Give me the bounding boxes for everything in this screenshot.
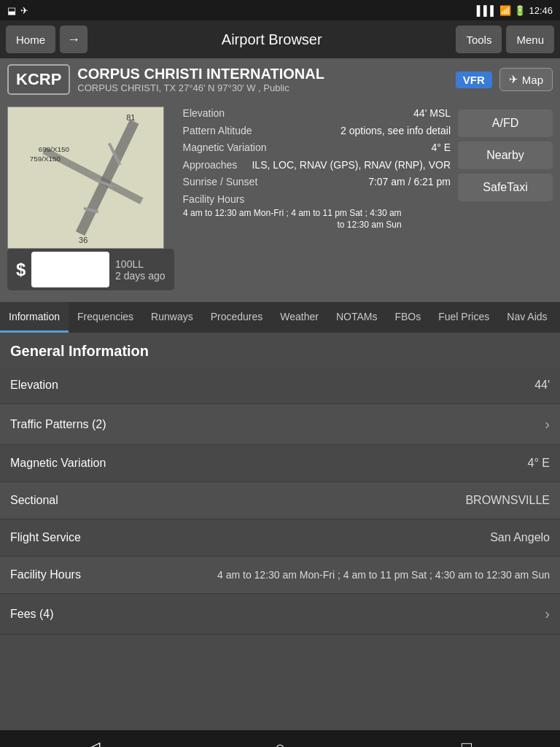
- status-left: ⬓ ✈: [7, 5, 28, 16]
- action-buttons: A/FD Nearby SafeTaxi: [458, 101, 560, 296]
- elevation-row-value: 44': [534, 379, 550, 392]
- info-row-sectional[interactable]: Sectional BROWNSVILLE: [0, 482, 560, 519]
- magvar-value: 4° E: [431, 141, 451, 155]
- traffic-patterns-label: Traffic Patterns (2): [10, 418, 106, 431]
- pattern-value: 2 options, see info detail: [341, 124, 451, 139]
- airport-name-block: CORPUS CHRISTI INTERNATIONAL CORPUS CHRI…: [77, 66, 448, 93]
- sectional-row-value: BROWNSVILLE: [465, 494, 550, 507]
- wifi-signal-icon: 📶: [499, 5, 511, 16]
- nearby-button[interactable]: Nearby: [458, 142, 553, 169]
- info-row-elevation[interactable]: Elevation 44': [0, 367, 560, 404]
- airport-header: KCRP CORPUS CHRISTI INTERNATIONAL CORPUS…: [0, 58, 560, 101]
- tab-weather[interactable]: Weather: [271, 302, 327, 333]
- airport-code-button[interactable]: KCRP: [7, 64, 70, 95]
- map-icon: ✈: [509, 73, 518, 86]
- info-row-traffic-patterns[interactable]: Traffic Patterns (2) ›: [0, 404, 560, 445]
- left-column: 81 36 699/X150 759/X150 $ 5.80 100LL 2 d…: [0, 101, 174, 296]
- battery-icon: 🔋: [514, 5, 526, 16]
- fuel-price-box: $ 5.80 100LL 2 days ago: [7, 249, 174, 290]
- fac-hours-value: 4 am to 12:30 am Mon-Fri ; 4 am to 11 pm…: [183, 207, 402, 232]
- fuel-dollar-sign: $: [16, 260, 26, 280]
- middle-section: 81 36 699/X150 759/X150 $ 5.80 100LL 2 d…: [0, 101, 560, 302]
- airport-name: CORPUS CHRISTI INTERNATIONAL: [77, 66, 448, 82]
- approaches-label: Approaches: [183, 158, 238, 173]
- tools-button[interactable]: Tools: [456, 26, 502, 53]
- mag-var-row-label: Magnetic Variation: [10, 457, 106, 470]
- fuel-type: 100LL: [115, 258, 166, 270]
- svg-text:81: 81: [126, 113, 135, 122]
- menu-button[interactable]: Menu: [506, 26, 554, 53]
- bottom-nav: ◁ ○ □: [0, 730, 560, 747]
- elevation-value: 44' MSL: [413, 107, 451, 121]
- tab-procedures[interactable]: Procedures: [202, 302, 272, 333]
- tab-fbos[interactable]: FBOs: [386, 302, 429, 333]
- elevation-row-label: Elevation: [10, 379, 58, 392]
- magvar-row: Magnetic Variation 4° E: [183, 141, 451, 155]
- home-button[interactable]: Home: [6, 26, 55, 53]
- fac-hours-label: Facility Hours: [183, 193, 245, 207]
- info-row-mag-var[interactable]: Magnetic Variation 4° E: [0, 445, 560, 482]
- signal-icon: ▌▌▌: [477, 5, 497, 16]
- content-area: General Information Elevation 44' Traffi…: [0, 333, 560, 730]
- back-arrow-button[interactable]: →: [60, 26, 88, 53]
- elevation-row: Elevation 44' MSL: [183, 107, 451, 121]
- tab-information[interactable]: Information: [0, 302, 69, 333]
- recent-nav-button[interactable]: □: [445, 733, 489, 747]
- sunrise-value: 7:07 am / 6:21 pm: [368, 175, 451, 190]
- sectional-row-label: Sectional: [10, 494, 58, 507]
- time-display: 12:46: [529, 5, 553, 16]
- facility-hours-row-label: Facility Hours: [10, 568, 81, 581]
- home-nav-button[interactable]: ○: [258, 733, 302, 747]
- map-button-label: Map: [522, 74, 543, 86]
- info-row-fees[interactable]: Fees (4) ›: [0, 594, 560, 635]
- tabs-bar: Information Frequencies Runways Procedur…: [0, 302, 560, 333]
- fees-chevron-icon: ›: [545, 605, 550, 622]
- facility-hours-row-value: 4 am to 12:30 am Mon-Fri ; 4 am to 11 pm…: [217, 569, 550, 581]
- svg-text:759/X150: 759/X150: [30, 155, 61, 163]
- tab-nav-aids[interactable]: Nav Aids: [498, 302, 556, 333]
- tab-notams[interactable]: NOTAMs: [327, 302, 386, 333]
- magvar-label: Magnetic Variation: [183, 141, 267, 155]
- fees-row-label: Fees (4): [10, 608, 54, 621]
- back-nav-button[interactable]: ◁: [71, 733, 115, 747]
- details-block: Elevation 44' MSL Pattern Altitude 2 opt…: [174, 101, 458, 296]
- svg-text:36: 36: [79, 236, 88, 244]
- afd-button[interactable]: A/FD: [458, 109, 553, 137]
- traffic-patterns-value: ›: [545, 416, 550, 433]
- status-bar: ⬓ ✈ ▌▌▌ 📶 🔋 12:46: [0, 0, 560, 20]
- fuel-price-display: 5.80: [39, 255, 102, 285]
- fuel-days-ago: 2 days ago: [115, 270, 166, 282]
- flight-service-row-value: San Angelo: [490, 531, 550, 544]
- sunrise-row: Sunrise / Sunset 7:07 am / 6:21 pm: [183, 175, 451, 190]
- safetaxi-button[interactable]: SafeTaxi: [458, 174, 553, 201]
- info-row-flight-service[interactable]: Flight Service San Angelo: [0, 519, 560, 557]
- nav-right-buttons: Tools Menu: [456, 26, 554, 53]
- chevron-icon: ›: [545, 416, 550, 433]
- diagram-svg: 81 36 699/X150 759/X150: [8, 107, 163, 248]
- fac-hours-row: Facility Hours 4 am to 12:30 am Mon-Fri …: [183, 193, 451, 231]
- airport-location: CORPUS CHRISTI, TX 27°46' N 97°30' W , P…: [77, 82, 448, 93]
- tab-frequencies[interactable]: Frequencies: [69, 302, 142, 333]
- info-row-facility-hours[interactable]: Facility Hours 4 am to 12:30 am Mon-Fri …: [0, 557, 560, 594]
- wifi-icon: ✈: [20, 5, 28, 16]
- approaches-value: ILS, LOC, RNAV (GPS), RNAV (RNP), VOR: [252, 158, 451, 173]
- flight-service-row-label: Flight Service: [10, 531, 81, 544]
- general-info-title: General Information: [0, 333, 560, 367]
- map-button[interactable]: ✈ Map: [499, 68, 553, 91]
- fees-row-value: ›: [545, 605, 550, 622]
- airport-diagram[interactable]: 81 36 699/X150 759/X150: [7, 107, 164, 249]
- approaches-row: Approaches ILS, LOC, RNAV (GPS), RNAV (R…: [183, 158, 451, 173]
- tab-services[interactable]: Services: [556, 302, 560, 333]
- tab-runways[interactable]: Runways: [142, 302, 202, 333]
- top-nav: Home → Airport Browser Tools Menu: [0, 20, 560, 58]
- pattern-label: Pattern Altitude: [183, 124, 252, 139]
- elevation-label: Elevation: [183, 107, 225, 121]
- fuel-info: 100LL 2 days ago: [115, 258, 166, 282]
- pattern-row: Pattern Altitude 2 options, see info det…: [183, 124, 451, 139]
- vfr-badge: VFR: [456, 71, 492, 88]
- bluetooth-icon: ⬓: [7, 5, 16, 16]
- page-title: Airport Browser: [88, 31, 456, 48]
- status-right: ▌▌▌ 📶 🔋 12:46: [477, 5, 553, 16]
- tab-fuel-prices[interactable]: Fuel Prices: [429, 302, 498, 333]
- fuel-section: $ 5.80 100LL 2 days ago: [0, 249, 174, 296]
